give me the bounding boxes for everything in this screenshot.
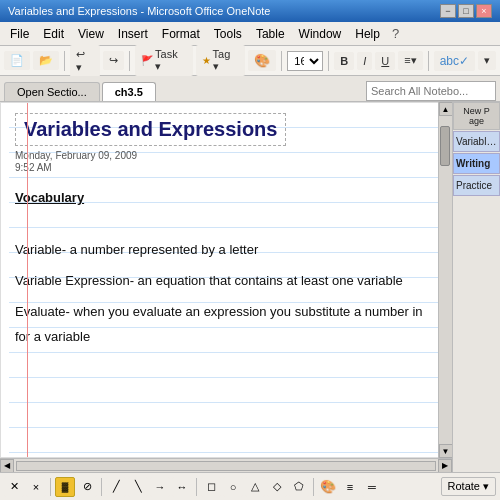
scroll-left-arrow[interactable]: ◀ [0, 459, 14, 473]
bottom-sep-3 [196, 478, 197, 496]
bottom-btn-multiply[interactable]: × [26, 477, 46, 497]
search-input[interactable] [366, 81, 496, 101]
tab-open-section[interactable]: Open Sectio... [4, 82, 100, 101]
window-controls: − □ × [440, 4, 492, 18]
open-icon: 📂 [39, 54, 53, 67]
bottom-btn-close[interactable]: ✕ [4, 477, 24, 497]
tag-button[interactable]: ★ Tag ▾ [196, 45, 246, 76]
redo-button[interactable]: ↪ [103, 51, 124, 70]
new-page-label: New Page [463, 106, 490, 126]
bottom-btn-arrow-both[interactable]: ↔ [172, 477, 192, 497]
note-time: 9:52 AM [15, 162, 424, 173]
list-button[interactable]: ≡▾ [398, 51, 422, 70]
tab-ch35[interactable]: ch3.5 [102, 82, 156, 101]
note-title: Variables and Expressions [15, 113, 286, 146]
toolbar-separator-1 [64, 51, 65, 71]
panel-item-variables[interactable]: Variable... [453, 131, 500, 152]
flag-icon: 🚩 [141, 55, 153, 66]
menu-format[interactable]: Format [156, 25, 206, 43]
horizontal-scrollbar: ◀ ▶ [0, 458, 452, 472]
menu-view[interactable]: View [72, 25, 110, 43]
new-page-button[interactable]: New Page [453, 102, 500, 130]
note-content: Variables and Expressions Monday, Februa… [15, 113, 424, 349]
spellcheck-icon: abc✓ [440, 54, 469, 68]
bottom-btn-triangle[interactable]: △ [245, 477, 265, 497]
menu-table[interactable]: Table [250, 25, 291, 43]
scroll-up-arrow[interactable]: ▲ [439, 102, 453, 116]
task-button[interactable]: 🚩 Task ▾ [135, 45, 193, 76]
bottom-btn-line[interactable]: ╱ [106, 477, 126, 497]
more-button[interactable]: ▾ [478, 51, 496, 70]
menu-edit[interactable]: Edit [37, 25, 70, 43]
bottom-btn-paint[interactable]: 🎨 [318, 477, 338, 497]
note-date: Monday, February 09, 2009 [15, 150, 424, 161]
vocab-entry-1: Variable- a number represented by a lett… [15, 237, 424, 262]
note-page: Variables and Expressions Monday, Februa… [0, 102, 438, 458]
panel-item-practice[interactable]: Practice [453, 175, 500, 196]
undo-button[interactable]: ↩ ▾ [70, 45, 100, 77]
menu-help[interactable]: Help [349, 25, 386, 43]
scroll-right-arrow[interactable]: ▶ [438, 459, 452, 473]
note-body: Vocabulary Variable- a number represente… [15, 185, 424, 349]
bottom-sep-4 [313, 478, 314, 496]
window-title: Variables and Expressions - Microsoft Of… [8, 5, 271, 17]
menu-insert[interactable]: Insert [112, 25, 154, 43]
bottom-sep-1 [50, 478, 51, 496]
bottom-btn-line-width[interactable]: ═ [362, 477, 382, 497]
menu-window[interactable]: Window [293, 25, 348, 43]
bottom-btn-line2[interactable]: ╲ [128, 477, 148, 497]
menu-tools[interactable]: Tools [208, 25, 248, 43]
toolbar: 📄 📂 ↩ ▾ ↪ 🚩 Task ▾ ★ Tag ▾ 🎨 16 12 14 18… [0, 46, 500, 76]
bottom-btn-highlight[interactable]: ▓ [55, 477, 75, 497]
menu-bar: File Edit View Insert Format Tools Table… [0, 22, 500, 46]
help-icon: ? [392, 26, 399, 41]
italic-button[interactable]: I [357, 52, 372, 70]
vocab-entry-2: Variable Expression- an equation that co… [15, 268, 424, 293]
bold-button[interactable]: B [334, 52, 354, 70]
format-button[interactable]: 🎨 [248, 50, 276, 71]
toolbar-separator-2 [129, 51, 130, 71]
bottom-btn-pen[interactable]: ≡ [340, 477, 360, 497]
menu-file[interactable]: File [4, 25, 35, 43]
toolbar-separator-3 [281, 51, 282, 71]
vertical-scrollbar: ▲ ▼ [438, 102, 452, 458]
bottom-btn-pentagon[interactable]: ⬠ [289, 477, 309, 497]
new-button[interactable]: 📄 [4, 51, 30, 70]
bottom-btn-eraser[interactable]: ⊘ [77, 477, 97, 497]
main-area: Variables and Expressions Monday, Februa… [0, 102, 500, 472]
open-button[interactable]: 📂 [33, 51, 59, 70]
right-panel: New Page Variable... Writing Practice [452, 102, 500, 472]
bottom-btn-arrow-right[interactable]: → [150, 477, 170, 497]
tab-search-area [366, 81, 496, 101]
vocab-heading: Vocabulary [15, 185, 424, 210]
bottom-btn-diamond[interactable]: ◇ [267, 477, 287, 497]
content-scroll-area: Variables and Expressions Monday, Februa… [0, 102, 452, 472]
bottom-btn-circle[interactable]: ○ [223, 477, 243, 497]
h-scroll-track[interactable] [16, 461, 436, 471]
toolbar-separator-4 [328, 51, 329, 71]
bottom-btn-rect[interactable]: ◻ [201, 477, 221, 497]
minimize-button[interactable]: − [440, 4, 456, 18]
title-bar: Variables and Expressions - Microsoft Of… [0, 0, 500, 22]
rotate-button[interactable]: Rotate ▾ [441, 477, 496, 496]
tab-bar: Open Sectio... ch3.5 [0, 76, 500, 102]
scroll-down-arrow[interactable]: ▼ [439, 444, 453, 458]
new-page-icon: 📄 [10, 54, 24, 67]
scroll-thumb[interactable] [440, 126, 450, 166]
star-icon: ★ [202, 55, 211, 66]
scroll-track[interactable] [439, 116, 452, 444]
scroll-container: Variables and Expressions Monday, Februa… [0, 102, 452, 458]
font-size-select[interactable]: 16 12 14 18 24 [287, 51, 323, 71]
close-button[interactable]: × [476, 4, 492, 18]
spellcheck-button[interactable]: abc✓ [434, 51, 475, 71]
bottom-toolbar: ✕ × ▓ ⊘ ╱ ╲ → ↔ ◻ ○ △ ◇ ⬠ 🎨 ≡ ═ Rotate ▾ [0, 472, 500, 500]
task-label: Task ▾ [155, 48, 187, 73]
vocab-entry-3: Evaluate- when you evaluate an expressio… [15, 299, 424, 349]
paint-icon: 🎨 [254, 53, 270, 68]
bottom-sep-2 [101, 478, 102, 496]
tag-label: Tag ▾ [213, 48, 240, 73]
underline-button[interactable]: U [375, 52, 395, 70]
toolbar-separator-5 [428, 51, 429, 71]
panel-item-writing[interactable]: Writing [453, 153, 500, 174]
maximize-button[interactable]: □ [458, 4, 474, 18]
